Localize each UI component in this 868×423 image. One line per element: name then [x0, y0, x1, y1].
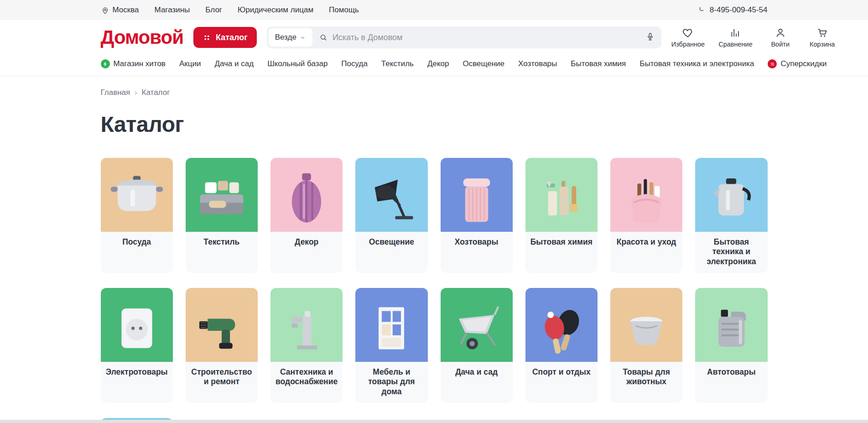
category-card[interactable]: Мебель и товары для дома	[355, 288, 427, 403]
nav-item-label: Декор	[427, 59, 449, 68]
nav-item[interactable]: Текстиль	[381, 59, 414, 68]
voice-search-button[interactable]	[641, 30, 660, 45]
heart-icon	[682, 27, 694, 39]
category-card-label: Спорт и отдых	[525, 362, 598, 384]
category-card-label: Освещение	[355, 232, 427, 254]
lightning-icon	[102, 61, 108, 67]
topbar-link[interactable]: Юридическим лицам	[238, 5, 313, 15]
nav-item-label: Школьный базар	[267, 59, 327, 68]
percent-icon	[769, 61, 775, 67]
category-card-label: Сантехника и водоснабжение	[270, 362, 343, 393]
bottom-strip	[0, 420, 868, 423]
bed-icon	[190, 163, 254, 232]
category-card[interactable]: Бытовая химия	[525, 158, 598, 273]
catalog-button-label: Каталог	[216, 33, 248, 42]
category-card[interactable]: Красота и уход	[610, 158, 682, 273]
search-scope-label: Везде	[275, 33, 296, 42]
breadcrumb-separator: ›	[135, 89, 137, 97]
header-action-heart[interactable]: Избранное	[671, 27, 705, 48]
nav-item[interactable]: Акции	[179, 59, 201, 68]
header-action-user[interactable]: Войти	[766, 27, 795, 48]
category-card[interactable]: Бытовая техника и электроника	[695, 158, 767, 273]
header-action-compare[interactable]: Сравнение	[718, 27, 753, 48]
pot-icon	[105, 163, 169, 232]
header: Домовой Каталог Везде Избранное Сравнени…	[0, 20, 868, 55]
vase-icon	[275, 163, 338, 232]
category-card[interactable]: Спорт и отдых	[525, 288, 598, 403]
nav-item-label: Магазин хитов	[114, 59, 166, 68]
nav-item-label: Бытовая техника и электроника	[639, 59, 754, 68]
phone-icon	[697, 6, 706, 15]
catalog-button[interactable]: Каталог	[193, 27, 257, 48]
breadcrumb: Главная › Каталог	[101, 88, 768, 97]
category-card[interactable]: Освещение	[355, 158, 427, 273]
category-card-label: Товары для животных	[610, 362, 682, 393]
category-card[interactable]: Хозтовары	[441, 158, 513, 273]
phone-number[interactable]: 8-495-009-45-54	[697, 5, 768, 15]
user-icon	[774, 27, 786, 39]
topbar-link[interactable]: Помощь	[329, 5, 359, 15]
search-input[interactable]	[333, 33, 634, 42]
nav-item[interactable]: Хозтовары	[518, 59, 557, 68]
drill-icon	[190, 293, 254, 362]
nav-item-label: Бытовая химия	[571, 59, 626, 68]
category-card[interactable]: Сантехника и водоснабжение	[270, 288, 343, 403]
nav-item[interactable]: Магазин хитов	[101, 59, 166, 68]
faucet-icon	[275, 293, 338, 362]
category-nav: Магазин хитов Акции Дача и сад Школьный …	[0, 55, 868, 76]
category-card[interactable]: Дача и сад	[441, 288, 513, 403]
nav-item[interactable]: Декор	[427, 59, 449, 68]
pingpong-icon	[530, 293, 593, 362]
nav-item[interactable]: Освещение	[463, 59, 504, 68]
action-label: Сравнение	[718, 41, 753, 48]
category-card-label: Дача и сад	[441, 362, 513, 384]
category-grid: Посуда Текстиль Декор Освещение Хозтовар…	[101, 158, 768, 423]
action-label: Корзина	[810, 41, 835, 48]
top-bar: Москва Магазины Блог Юридическим лицам П…	[0, 0, 868, 20]
nav-item[interactable]: Посуда	[341, 59, 367, 68]
location-selector[interactable]: Москва	[101, 5, 139, 15]
canister-icon	[699, 293, 763, 362]
topbar-link[interactable]: Магазины	[155, 5, 190, 15]
nav-item[interactable]: Школьный базар	[267, 59, 327, 68]
category-card[interactable]: Посуда	[101, 158, 173, 273]
nav-item-label: Дача и сад	[214, 59, 254, 68]
breadcrumb-current[interactable]: Каталог	[142, 88, 170, 97]
logo[interactable]: Домовой	[101, 28, 183, 47]
nav-item-label: Суперскидки	[780, 59, 826, 68]
category-card-label: Мебель и товары для дома	[355, 362, 427, 403]
category-card[interactable]: Строительство и ремонт	[186, 288, 258, 403]
bowl-icon	[614, 293, 678, 362]
compare-icon	[729, 27, 741, 39]
mic-icon	[645, 32, 655, 42]
cleaning-icon	[530, 163, 593, 232]
nav-item-label: Текстиль	[381, 59, 414, 68]
category-card-label: Электротовары	[101, 362, 173, 384]
nav-item[interactable]: Дача и сад	[214, 59, 254, 68]
category-card-label: Хозтовары	[441, 232, 513, 254]
lamp-icon	[359, 163, 423, 232]
category-card-label: Автотовары	[695, 362, 767, 384]
nav-item[interactable]: Бытовая техника и электроника	[639, 59, 754, 68]
search-scope-dropdown[interactable]: Везде	[269, 28, 312, 47]
category-card-label: Декор	[270, 232, 343, 254]
search-bar: Везде	[267, 26, 661, 48]
breadcrumb-home[interactable]: Главная	[101, 88, 130, 97]
category-card[interactable]: Электротовары	[101, 288, 173, 403]
search-icon	[319, 33, 328, 42]
hamper-icon	[445, 163, 509, 232]
grid-dots-icon	[203, 33, 211, 42]
nav-item-label: Хозтовары	[518, 59, 557, 68]
chevron-down-icon	[299, 34, 306, 41]
topbar-link[interactable]: Блог	[205, 5, 222, 15]
nav-item[interactable]: Суперскидки	[768, 59, 826, 68]
location-label: Москва	[113, 5, 139, 15]
nav-item-label: Освещение	[463, 59, 504, 68]
header-action-cart[interactable]: Корзина	[808, 27, 837, 48]
category-card[interactable]: Товары для животных	[610, 288, 682, 403]
category-card[interactable]: Декор	[270, 158, 343, 273]
category-card[interactable]: Автотовары	[695, 288, 767, 403]
category-card[interactable]: Текстиль	[186, 158, 258, 273]
phone-label: 8-495-009-45-54	[710, 5, 768, 15]
nav-item[interactable]: Бытовая химия	[571, 59, 626, 68]
